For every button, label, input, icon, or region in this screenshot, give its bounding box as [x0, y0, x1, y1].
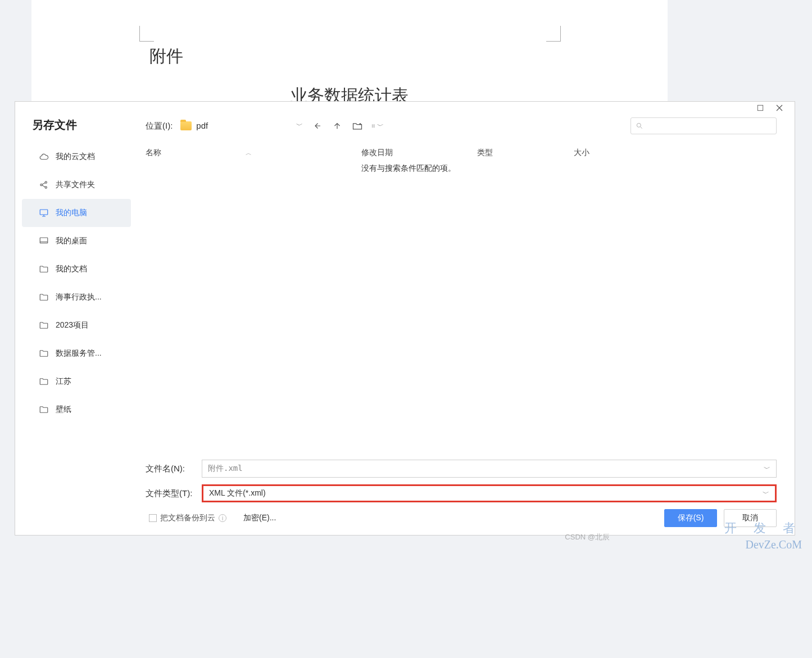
svg-point-9 [637, 123, 641, 127]
dialog-title: 另存文件 [15, 117, 134, 143]
nav-up-button[interactable] [331, 120, 343, 132]
svg-point-2 [45, 181, 47, 183]
dialog-window-controls [745, 99, 795, 116]
chevron-down-icon: ﹀ [763, 489, 769, 498]
svg-point-1 [40, 184, 42, 185]
search-box[interactable] [630, 117, 777, 134]
dialog-footer: 文件名(N): 附件.xml ﹀ 文件类型(T): XML 文件(*.xml) … [134, 454, 795, 535]
folder-icon [39, 264, 49, 274]
sidebar-item-label: 我的文档 [56, 264, 87, 274]
backup-to-cloud-checkbox[interactable]: 把文档备份到云 i [149, 513, 226, 523]
column-date-header[interactable]: 修改日期 [361, 148, 477, 158]
sidebar-item-my-computer[interactable]: 我的电脑 [22, 199, 131, 227]
encrypt-link[interactable]: 加密(E)... [243, 513, 276, 523]
site-watermark-en: DevZe.CoM [745, 538, 802, 551]
chevron-down-icon: ﹀ [377, 121, 384, 131]
margin-marker-right [546, 26, 561, 42]
main-pane: 位置(I): pdf ﹀ ﹀ [134, 102, 795, 535]
backup-label: 把文档备份到云 [160, 513, 215, 523]
chevron-down-icon: ﹀ [296, 121, 303, 130]
share-icon [39, 180, 49, 190]
svg-rect-8 [372, 127, 373, 128]
sidebar-item-label: 我的云文档 [56, 152, 95, 162]
view-options-button[interactable]: ﹀ [371, 120, 384, 132]
save-button[interactable]: 保存(S) [664, 509, 717, 527]
sidebar-item-folder-2023[interactable]: 2023项目 [22, 311, 131, 339]
desktop-icon [39, 236, 49, 246]
folder-icon [180, 121, 192, 130]
checkbox-box [149, 514, 157, 522]
filetype-combo[interactable]: XML 文件(*.xml) ﹀ [202, 484, 777, 502]
sidebar-item-label: 共享文件夹 [56, 180, 95, 190]
filetype-value: XML 文件(*.xml) [209, 488, 266, 498]
column-type-header[interactable]: 类型 [477, 148, 574, 158]
sidebar-item-label: 我的桌面 [56, 236, 87, 246]
info-icon[interactable]: i [219, 514, 226, 522]
sidebar-item-label: 我的电脑 [56, 208, 87, 218]
svg-rect-0 [757, 105, 763, 110]
search-icon [636, 122, 643, 130]
sidebar-item-label: 2023项目 [56, 320, 89, 330]
file-list-header: 名称 ︿ 修改日期 类型 大小 [134, 144, 795, 161]
sidebar-item-folder-dataservice[interactable]: 数据服务管... [22, 339, 131, 367]
dialog-toolbar: 位置(I): pdf ﹀ ﹀ [134, 117, 795, 144]
folder-icon [39, 292, 49, 302]
folder-icon [39, 348, 49, 359]
nav-back-button[interactable] [311, 120, 323, 132]
svg-point-3 [45, 187, 47, 188]
sidebar-item-label: 江苏 [56, 376, 71, 387]
new-folder-button[interactable] [351, 120, 364, 132]
location-text: pdf [196, 121, 292, 130]
filename-combo[interactable]: 附件.xml ﹀ [202, 460, 777, 478]
close-button[interactable] [775, 104, 783, 112]
sidebar-item-desktop[interactable]: 我的桌面 [22, 227, 131, 255]
column-size-header[interactable]: 大小 [574, 148, 795, 158]
folder-icon [39, 320, 49, 330]
filename-value: 附件.xml [208, 464, 243, 474]
sidebar-item-folder-wallpaper[interactable]: 壁纸 [22, 396, 131, 424]
folder-icon [39, 405, 49, 415]
save-dialog-sidebar: 另存文件 我的云文档 共享文件夹 我的电脑 我的桌面 我的文档 [15, 102, 134, 535]
cloud-icon [39, 152, 49, 162]
folder-icon [39, 376, 49, 387]
sidebar-item-shared-folder[interactable]: 共享文件夹 [22, 171, 131, 199]
site-watermark-cn: 开 发 者 [724, 520, 802, 537]
sidebar-item-folder-maritime[interactable]: 海事行政执... [22, 283, 131, 311]
search-input[interactable] [643, 122, 772, 130]
svg-rect-7 [372, 126, 373, 126]
sidebar-item-folder-jiangsu[interactable]: 江苏 [22, 367, 131, 396]
monitor-icon [39, 208, 49, 218]
maximize-button[interactable] [756, 104, 764, 112]
csdn-watermark: CSDN @北辰 [565, 532, 610, 542]
sort-ascending-icon: ︿ [246, 149, 252, 157]
location-combo[interactable]: pdf ﹀ [180, 121, 303, 131]
margin-marker-left [139, 26, 154, 42]
sidebar-item-label: 数据服务管... [56, 348, 102, 359]
empty-list-message: 没有与搜索条件匹配的项。 [134, 161, 795, 174]
svg-rect-6 [372, 125, 373, 125]
svg-rect-4 [40, 210, 48, 215]
filetype-label: 文件类型(T): [146, 488, 196, 499]
chevron-down-icon: ﹀ [764, 464, 770, 474]
filename-label: 文件名(N): [146, 464, 196, 474]
sidebar-item-documents[interactable]: 我的文档 [22, 255, 131, 283]
svg-rect-5 [40, 238, 48, 243]
save-as-dialog: 另存文件 我的云文档 共享文件夹 我的电脑 我的桌面 我的文档 [15, 101, 795, 536]
document-attachment-label: 附件 [149, 45, 183, 68]
sidebar-item-label: 海事行政执... [56, 292, 102, 302]
location-label: 位置(I): [146, 121, 173, 131]
sidebar-item-cloud-docs[interactable]: 我的云文档 [22, 143, 131, 171]
column-name-header[interactable]: 名称 ︿ [146, 148, 361, 158]
sidebar-item-label: 壁纸 [56, 405, 71, 415]
